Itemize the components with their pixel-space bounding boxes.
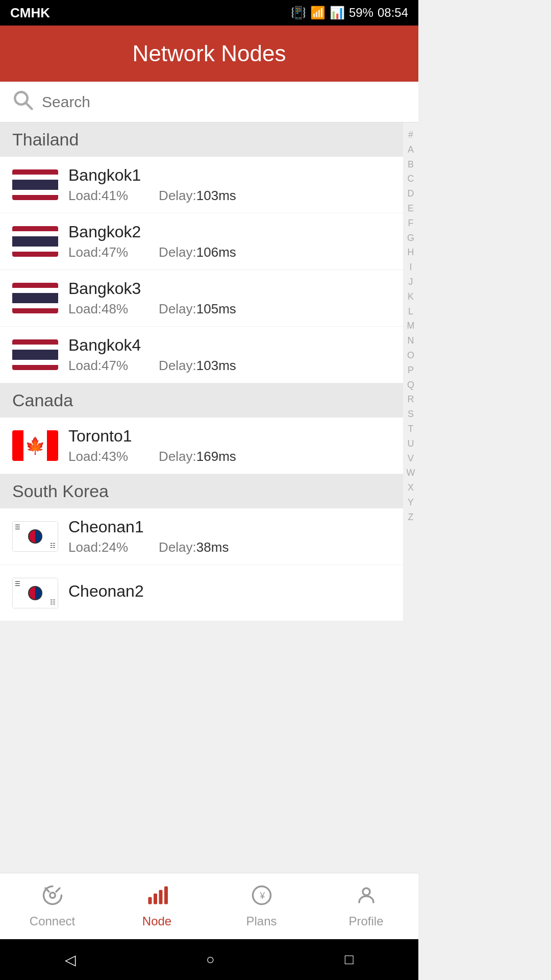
alpha-q[interactable]: Q — [407, 378, 414, 393]
list-item[interactable]: Bangkok1 Load:41% Delay:103ms — [0, 157, 403, 213]
header: Network Nodes — [0, 26, 418, 82]
delay-text: Delay:103ms — [159, 188, 236, 204]
home-button[interactable]: ○ — [206, 951, 215, 968]
nav-item-plans[interactable]: ¥ Plans — [209, 885, 314, 928]
svg-rect-3 — [148, 897, 152, 904]
alpha-v[interactable]: V — [408, 451, 414, 466]
search-input[interactable] — [42, 93, 406, 111]
load-value: Load:48% — [68, 301, 128, 317]
alpha-z[interactable]: Z — [408, 510, 414, 525]
node-stats: Load:47% Delay:103ms — [68, 358, 391, 374]
node-icon — [146, 885, 168, 911]
alpha-h[interactable]: H — [408, 245, 414, 260]
vibrate-icon: 📳 — [291, 6, 306, 20]
status-bar: CMHK 📳 📶 📊 59% 08:54 — [0, 0, 418, 26]
load-value: Load:47% — [68, 244, 128, 260]
flag-thailand-2 — [12, 226, 58, 257]
delay-text: Delay:105ms — [159, 301, 236, 317]
alpha-t[interactable]: T — [408, 422, 414, 436]
svg-point-2 — [49, 892, 55, 898]
alpha-g[interactable]: G — [407, 231, 414, 246]
svg-rect-6 — [164, 886, 168, 904]
alpha-r[interactable]: R — [408, 392, 414, 407]
page-title: Network Nodes — [133, 41, 286, 66]
list-item[interactable]: 🍁 Toronto1 Load:43% Delay:169ms — [0, 418, 403, 474]
bottom-navigation: Connect Node ¥ Plans — [0, 873, 418, 939]
load-value: Load:41% — [68, 188, 128, 204]
delay-text: Delay:103ms — [159, 358, 236, 374]
alpha-k[interactable]: K — [408, 289, 414, 304]
node-stats: Load:43% Delay:169ms — [68, 449, 391, 464]
node-stats: Load:47% Delay:106ms — [68, 244, 391, 260]
node-stats: Load:24% Delay:38ms — [68, 540, 391, 555]
node-name: Bangkok4 — [68, 336, 391, 355]
section-header-south-korea: South Korea — [0, 474, 403, 508]
node-info-cheonan1: Cheonan1 Load:24% Delay:38ms — [68, 518, 391, 555]
node-name: Bangkok3 — [68, 279, 391, 298]
back-button[interactable]: ◁ — [65, 951, 76, 968]
alpha-y[interactable]: Y — [408, 495, 414, 510]
list-item[interactable]: Cheonan1 Load:24% Delay:38ms — [0, 508, 403, 565]
flag-korea-2 — [12, 578, 58, 608]
alpha-j[interactable]: J — [409, 275, 413, 289]
nav-item-node[interactable]: Node — [105, 885, 209, 928]
load-value: Load:24% — [68, 540, 128, 555]
time-label: 08:54 — [378, 6, 408, 20]
node-info-cheonan2: Cheonan2 — [68, 582, 391, 604]
android-nav-bar: ◁ ○ □ — [0, 939, 418, 980]
flag-thailand-1 — [12, 169, 58, 200]
flag-korea-1 — [12, 521, 58, 552]
alpha-d[interactable]: D — [408, 186, 414, 201]
status-right: 📳 📶 📊 59% 08:54 — [291, 6, 408, 20]
nav-item-profile[interactable]: Profile — [314, 885, 418, 928]
svg-rect-4 — [154, 893, 157, 904]
alphabet-index[interactable]: # A B C D E F G H I J K L M N O P Q R S … — [403, 122, 418, 621]
alpha-n[interactable]: N — [408, 333, 414, 348]
node-info-toronto1: Toronto1 Load:43% Delay:169ms — [68, 427, 391, 464]
profile-label: Profile — [348, 914, 383, 928]
alpha-a[interactable]: A — [408, 142, 414, 157]
alpha-x[interactable]: X — [408, 480, 414, 495]
maple-leaf-icon: 🍁 — [25, 436, 45, 455]
node-name: Cheonan1 — [68, 518, 391, 536]
flag-canada: 🍁 — [12, 430, 58, 461]
alpha-p[interactable]: P — [408, 363, 414, 378]
alpha-i[interactable]: I — [409, 260, 412, 275]
node-info-bangkok1: Bangkok1 Load:41% Delay:103ms — [68, 166, 391, 204]
alpha-c[interactable]: C — [408, 172, 414, 186]
list-item[interactable]: Bangkok2 Load:47% Delay:106ms — [0, 213, 403, 270]
connect-icon — [42, 885, 63, 911]
node-stats: Load:48% Delay:105ms — [68, 301, 391, 317]
node-info-bangkok4: Bangkok4 Load:47% Delay:103ms — [68, 336, 391, 374]
plans-label: Plans — [246, 914, 277, 928]
node-stats: Load:41% Delay:103ms — [68, 188, 391, 204]
section-header-thailand: Thailand — [0, 122, 403, 157]
list-item[interactable]: Cheonan2 — [0, 565, 403, 621]
node-info-bangkok2: Bangkok2 Load:47% Delay:106ms — [68, 223, 391, 260]
alpha-s[interactable]: S — [408, 407, 414, 422]
alpha-u[interactable]: U — [408, 436, 414, 451]
svg-point-9 — [363, 888, 370, 895]
recents-button[interactable]: □ — [345, 951, 354, 968]
content-area: Thailand Bangkok1 Load:41% Delay:103ms — [0, 122, 418, 621]
nav-item-connect[interactable]: Connect — [0, 885, 105, 928]
alpha-l[interactable]: L — [408, 304, 413, 319]
alpha-e[interactable]: E — [408, 201, 414, 216]
svg-text:¥: ¥ — [259, 891, 265, 901]
alpha-o[interactable]: O — [407, 348, 414, 363]
list-item[interactable]: Bangkok4 Load:47% Delay:103ms — [0, 327, 403, 383]
load-value: Load:47% — [68, 358, 128, 374]
load-value: Load:43% — [68, 449, 128, 464]
flag-thailand-3 — [12, 283, 58, 313]
alpha-hash[interactable]: # — [408, 128, 413, 142]
alpha-f[interactable]: F — [408, 216, 414, 231]
alpha-w[interactable]: W — [407, 465, 415, 480]
node-name: Toronto1 — [68, 427, 391, 446]
profile-icon — [356, 885, 377, 911]
node-label: Node — [142, 914, 171, 928]
list-item[interactable]: Bangkok3 Load:48% Delay:105ms — [0, 270, 403, 327]
alpha-b[interactable]: B — [408, 157, 414, 172]
alpha-m[interactable]: M — [407, 318, 415, 333]
search-icon — [12, 89, 34, 115]
signal-icon: 📊 — [330, 6, 345, 20]
